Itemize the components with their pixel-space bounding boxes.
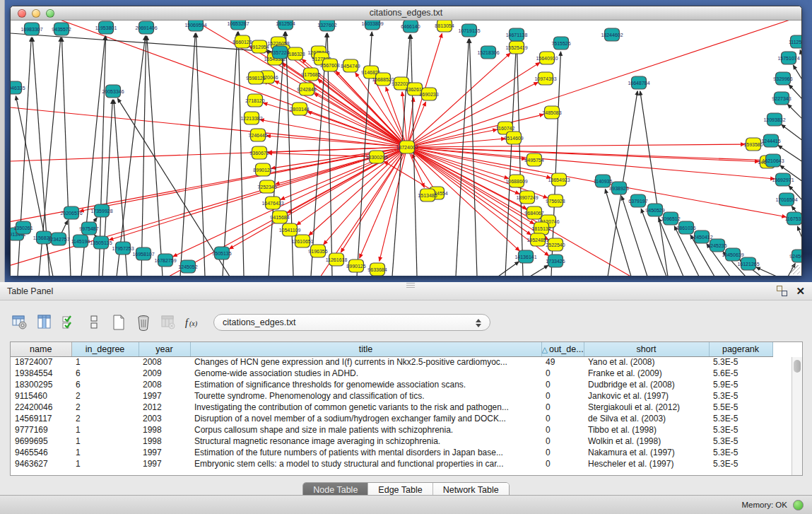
graph-node[interactable]: 13505135 (90, 236, 112, 249)
table-cell[interactable]: Franke et al. (2009) (584, 368, 709, 379)
graph-node[interactable]: 9435572 (52, 23, 71, 35)
graph-node[interactable]: 9756928 (546, 194, 565, 207)
node-table[interactable]: namein_degreeyeartitle△out_de...shortpag… (10, 341, 803, 476)
table-cell[interactable]: 1997 (139, 458, 190, 469)
table-cell[interactable]: 5.6E-5 (709, 368, 772, 379)
graph-node[interactable]: 9505135 (212, 247, 231, 259)
table-cell[interactable]: 1 (71, 458, 139, 469)
table-cell[interactable]: 1 (71, 424, 139, 436)
show-columns-button[interactable] (35, 313, 54, 332)
table-cell[interactable]: 1998 (139, 436, 190, 447)
table-cell[interactable]: Estimation of significance thresholds fo… (190, 379, 541, 390)
graph-node[interactable]: 16983307 (20, 23, 42, 35)
graph-node[interactable]: 1096512 (661, 212, 680, 225)
table-cell[interactable]: 6 (71, 379, 139, 390)
citation-edge-black[interactable] (117, 98, 230, 276)
column-header-title[interactable]: title (190, 342, 541, 356)
table-cell[interactable]: 5.3E-5 (709, 356, 772, 368)
table-cell[interactable]: 1998 (139, 424, 190, 436)
table-cell[interactable]: 0 (541, 402, 584, 413)
citation-edge-red[interactable] (11, 147, 407, 162)
table-cell[interactable]: Tourette syndrome. Phenomenology and cla… (190, 390, 541, 402)
graph-node[interactable]: 7246445 (248, 129, 267, 141)
table-row[interactable]: 1872400712008Changes of HCN gene express… (11, 356, 772, 368)
citation-edge-black[interactable] (498, 262, 519, 276)
table-row[interactable]: 2242004622012Investigating the contribut… (11, 402, 772, 413)
table-cell[interactable]: 18300295 (11, 379, 71, 390)
table-cell[interactable]: 6 (71, 368, 139, 379)
table-select-dropdown[interactable]: citations_edges.txt (213, 314, 490, 331)
table-cell[interactable]: 0 (541, 436, 584, 447)
graph-node[interactable]: 16958107 (132, 247, 154, 260)
graph-node[interactable]: 10688609 (505, 175, 527, 187)
graph-node[interactable]: 1733426 (546, 255, 565, 267)
citation-edge-black[interactable] (793, 65, 801, 81)
table-row[interactable]: 946362711997Embryonic stem cells: a mode… (11, 458, 772, 469)
graph-node[interactable]: 8938923 (609, 182, 628, 194)
memory-ok-indicator-icon[interactable] (793, 500, 804, 510)
citation-edge-black[interactable] (141, 36, 146, 276)
graph-node[interactable]: 7485083 (542, 106, 561, 119)
citation-edge-black[interactable] (797, 226, 801, 240)
graph-node[interactable]: 9227343 (772, 92, 791, 105)
citation-edge-black[interactable] (469, 39, 477, 276)
citation-edge-black[interactable] (622, 196, 647, 276)
table-cell[interactable]: Estimation of the future numbers of pati… (190, 447, 541, 458)
table-cell[interactable]: 5.3E-5 (709, 447, 772, 458)
graph-node[interactable]: 15069594 (184, 21, 206, 31)
table-cell[interactable]: 1 (71, 436, 139, 447)
row-height-button[interactable] (84, 313, 104, 332)
graph-node[interactable]: 11953801 (95, 21, 117, 34)
graph-node[interactable]: 10719135 (458, 24, 480, 37)
graph-node[interactable]: 10653287 (227, 21, 249, 30)
graph-node[interactable]: 1690233 (419, 88, 438, 100)
graph-node[interactable]: 10974393 (534, 72, 556, 85)
table-settings-button[interactable] (10, 313, 30, 332)
graph-node[interactable]: 18244602 (601, 28, 623, 41)
table-cell[interactable]: 9777169 (11, 424, 71, 436)
table-cell[interactable]: 0 (541, 413, 584, 424)
column-header-year[interactable]: year (139, 342, 190, 356)
graph-node[interactable]: 15525419 (505, 41, 527, 54)
graph-node[interactable]: 6466140 (401, 21, 420, 33)
delete-trash-button[interactable] (134, 313, 153, 332)
table-cell[interactable]: Hescheler et al. (1997) (584, 458, 709, 469)
graph-node[interactable]: 9598121 (246, 71, 265, 84)
window-resize-grip[interactable] (791, 265, 800, 274)
graph-node[interactable]: 20053346 (102, 85, 124, 98)
graph-node[interactable]: 9360672 (249, 146, 269, 159)
table-cell[interactable]: Investigating the contribution of common… (190, 402, 541, 413)
citation-edge-red[interactable] (318, 79, 407, 147)
citation-edge-black[interactable] (787, 104, 801, 119)
close-panel-icon[interactable]: ✕ (796, 286, 805, 296)
table-cell[interactable]: 0 (541, 458, 584, 469)
graph-node[interactable]: 16476433 (261, 197, 283, 209)
graph-node[interactable]: 9633684 (367, 263, 387, 276)
citation-edge-red[interactable] (379, 147, 407, 261)
graph-node[interactable]: 1812504 (276, 21, 295, 30)
citation-edge-red[interactable] (324, 147, 407, 245)
table-cell[interactable]: 5.3E-5 (709, 390, 772, 402)
graph-node[interactable]: 2567608 (320, 59, 339, 71)
citation-edge-black[interactable] (456, 39, 469, 276)
citation-edge-black[interactable] (102, 100, 112, 276)
table-row[interactable]: 1830029562008Estimation of significance … (11, 379, 772, 390)
graph-node[interactable]: 8990127 (253, 163, 272, 176)
citation-edge-black[interactable] (782, 124, 801, 141)
table-header-row[interactable]: namein_degreeyeartitle△out_de...shortpag… (11, 342, 772, 356)
table-cell[interactable]: 5.9E-5 (709, 379, 772, 390)
column-header-short[interactable]: short (584, 342, 709, 356)
graph-node[interactable]: 9329966 (773, 72, 792, 85)
graph-node[interactable]: 1244415 (761, 134, 780, 147)
graph-node[interactable]: 1245052 (178, 260, 197, 273)
graph-node[interactable]: 18907249 (516, 191, 538, 204)
table-cell[interactable]: Nakamura et al. (1997) (584, 447, 709, 458)
table-cell[interactable]: 2003 (139, 413, 190, 424)
table-cell[interactable]: Tibbo et al. (1998) (584, 424, 709, 436)
graph-node[interactable]: 2718120 (245, 94, 264, 107)
citation-edge-red[interactable] (407, 115, 543, 147)
table-cell[interactable]: 0 (541, 368, 584, 379)
graph-node[interactable]: 17016504 (775, 193, 797, 206)
table-row[interactable]: 1938455462009Genome-wide association stu… (11, 368, 772, 379)
table-cell[interactable]: Dudbridge et al. (2008) (584, 379, 709, 390)
